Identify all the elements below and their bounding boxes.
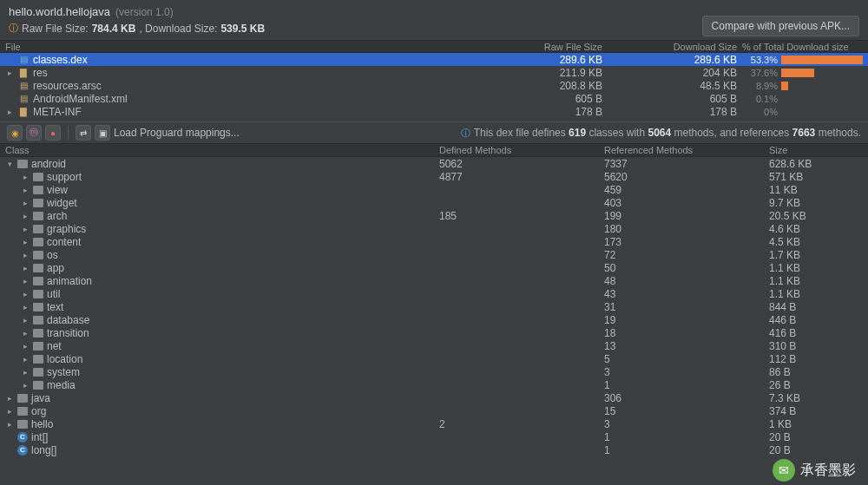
class-name: database [47, 314, 89, 326]
expand-icon[interactable]: ▾ [5, 160, 14, 168]
package-icon [33, 199, 43, 207]
class-size: 26 B [764, 379, 868, 391]
toolbar-btn-3[interactable]: ● [45, 125, 61, 141]
toolbar-btn-5[interactable]: ▣ [95, 125, 110, 141]
file-row[interactable]: ▤classes.dex289.6 KB289.6 KB53.3% [0, 53, 868, 66]
toolbar-btn-2[interactable]: ⓜ [26, 125, 42, 141]
class-row[interactable]: ▸system386 B [0, 365, 868, 378]
class-row[interactable]: ▸support48775620571 KB [0, 170, 868, 183]
class-row[interactable]: ▸graphics1804.6 KB [0, 222, 868, 235]
class-name: org [31, 405, 46, 417]
referenced-methods: 15 [599, 405, 764, 417]
package-icon [33, 368, 43, 377]
class-row[interactable]: ▸os721.7 KB [0, 248, 868, 261]
expand-icon[interactable]: ▸ [21, 264, 30, 272]
compare-apk-button[interactable]: Compare with previous APK... [702, 16, 859, 36]
class-row[interactable]: ▸org15374 B [0, 404, 868, 417]
expand-icon[interactable]: ▸ [21, 238, 30, 246]
col-class[interactable]: Class [0, 145, 434, 155]
expand-icon[interactable]: ▸ [21, 212, 30, 220]
package-icon [33, 238, 43, 246]
package-icon [33, 290, 43, 298]
referenced-methods: 5620 [599, 171, 764, 183]
file-row[interactable]: ▸▇res211.9 KB204 KB37.6% [0, 66, 868, 79]
class-size: 86 B [764, 366, 868, 378]
expand-icon[interactable]: ▸ [5, 394, 14, 403]
file-row[interactable]: ▤AndroidManifest.xml605 B605 B0.1% [0, 92, 868, 105]
expand-icon[interactable]: ▸ [21, 277, 30, 285]
package-icon [17, 394, 28, 403]
toolbar-btn-4[interactable]: ⇄ [76, 125, 91, 141]
class-row[interactable]: ▸arch18519920.5 KB [0, 209, 868, 222]
expand-icon[interactable]: ▸ [21, 173, 30, 181]
file-row[interactable]: ▤resources.arsc208.8 KB48.5 KB8.9% [0, 79, 868, 92]
expand-icon[interactable]: ▸ [21, 199, 30, 207]
percent: 8.9% [742, 81, 781, 91]
class-name: media [47, 379, 76, 391]
col-size[interactable]: Size [764, 145, 868, 155]
class-row[interactable]: Cint[]120 B [0, 430, 868, 443]
col-file[interactable]: File [0, 42, 434, 52]
expand-icon[interactable]: ▸ [21, 381, 30, 390]
size-bar [781, 82, 788, 90]
class-row[interactable]: ▸animation481.1 KB [0, 274, 868, 287]
defined-methods: 5062 [434, 158, 599, 170]
expand-icon[interactable]: ▸ [21, 290, 30, 298]
raw-size: 208.8 KB [434, 80, 608, 92]
expand-icon[interactable]: ▸ [21, 316, 30, 324]
class-row[interactable]: ▸text31844 B [0, 300, 868, 313]
referenced-methods: 5 [599, 353, 764, 365]
class-row[interactable]: ▸hello231 KB [0, 417, 868, 430]
expand-icon[interactable]: ▸ [21, 342, 30, 351]
referenced-methods: 72 [599, 249, 764, 261]
class-row[interactable]: Clong[]120 B [0, 443, 868, 456]
class-row[interactable]: ▸java3067.3 KB [0, 391, 868, 404]
class-row[interactable]: ▾android50627337628.6 KB [0, 157, 868, 170]
col-referenced[interactable]: Referenced Methods [599, 145, 764, 155]
expand-icon[interactable]: ▸ [21, 303, 30, 311]
col-download-size[interactable]: Download Size [608, 42, 742, 52]
class-row[interactable]: ▸content1734.5 KB [0, 235, 868, 248]
class-row[interactable]: ▸util431.1 KB [0, 287, 868, 300]
class-name: arch [47, 210, 67, 222]
expand-icon[interactable]: ▸ [5, 69, 14, 77]
file-row[interactable]: ▸▇META-INF178 B178 B0% [0, 105, 868, 118]
class-name: content [47, 236, 81, 248]
defined-methods: 2 [434, 418, 599, 430]
class-size: 20 B [764, 444, 868, 456]
file-table-header: File Raw File Size Download Size % of To… [0, 40, 868, 53]
class-row[interactable]: ▸database19446 B [0, 313, 868, 326]
dex-summary: ⓘ This dex file defines 619 classes with… [461, 127, 861, 140]
load-proguard-link[interactable]: Load Proguard mappings... [114, 127, 240, 139]
class-row[interactable]: ▸app501.1 KB [0, 261, 868, 274]
expand-icon[interactable]: ▸ [21, 186, 30, 194]
expand-icon[interactable]: ▸ [21, 368, 30, 377]
class-name: long[] [31, 444, 56, 456]
download-size: 605 B [608, 93, 742, 105]
class-row[interactable]: ▸net13310 B [0, 339, 868, 352]
expand-icon[interactable]: ▸ [21, 251, 30, 259]
col-percent[interactable]: % of Total Download size [742, 42, 868, 52]
toolbar-btn-1[interactable]: ◉ [7, 125, 23, 141]
expand-icon[interactable]: ▸ [21, 225, 30, 233]
download-size: 204 KB [608, 67, 742, 79]
class-row[interactable]: ▸view45911 KB [0, 183, 868, 196]
apk-header: hello.world.hellojava (version 1.0) ⓘ Ra… [0, 0, 868, 40]
class-row[interactable]: ▸media126 B [0, 378, 868, 391]
expand-icon[interactable]: ▸ [5, 420, 14, 429]
class-name: support [47, 171, 82, 183]
size-bar [781, 56, 863, 64]
col-defined[interactable]: Defined Methods [434, 145, 599, 155]
expand-icon[interactable]: ▸ [5, 108, 14, 116]
download-size: 178 B [608, 106, 742, 118]
class-row[interactable]: ▸transition18416 B [0, 326, 868, 339]
class-row[interactable]: ▸widget4039.7 KB [0, 196, 868, 209]
class-row[interactable]: ▸location5112 B [0, 352, 868, 365]
file-name: resources.arsc [33, 80, 102, 92]
package-icon [33, 251, 43, 259]
expand-icon[interactable]: ▸ [21, 329, 30, 338]
expand-icon[interactable]: ▸ [5, 407, 14, 416]
col-raw-size[interactable]: Raw File Size [434, 42, 608, 52]
expand-icon[interactable]: ▸ [21, 355, 30, 364]
class-size: 20.5 KB [764, 210, 868, 222]
